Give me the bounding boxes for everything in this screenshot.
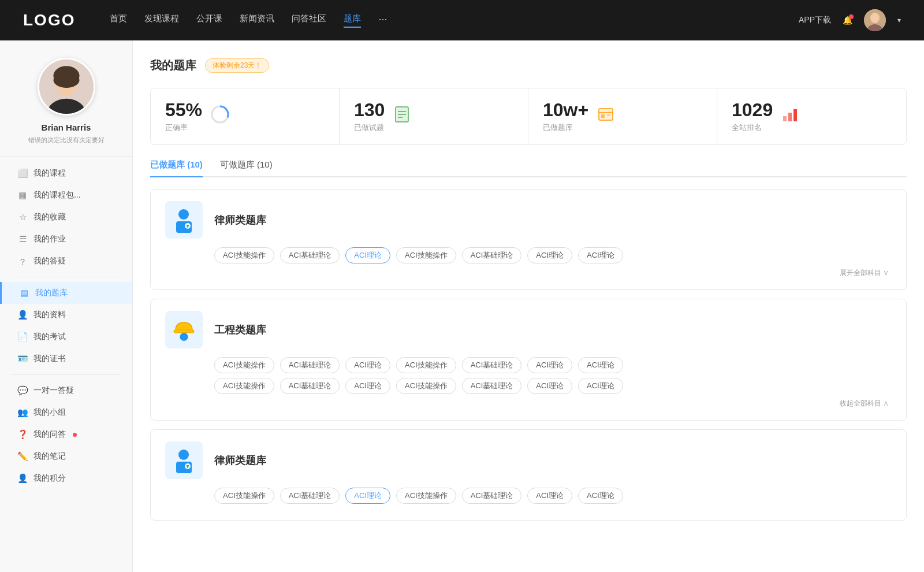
sidebar-item-exams[interactable]: 📄 我的考试	[0, 326, 132, 348]
sidebar-item-label: 我的考试	[33, 332, 66, 342]
sidebar-item-label: 我的小组	[33, 407, 66, 418]
svg-rect-21	[783, 116, 787, 121]
law2-tag-2[interactable]: ACI基础理论	[280, 488, 340, 504]
nav-right: APP下载 🔔 ▾	[799, 9, 901, 31]
eng-tag-r2-5[interactable]: ACI基础理论	[462, 378, 522, 394]
nav-qa[interactable]: 问答社区	[292, 13, 326, 28]
svg-rect-16	[599, 109, 613, 120]
nav-news[interactable]: 新闻资讯	[240, 13, 274, 28]
nav-discover[interactable]: 发现课程	[144, 13, 179, 28]
main-layout: Brian Harris 错误的决定比没有决定要好 ⬜ 我的课程 ▦ 我的课程包…	[0, 40, 924, 572]
sidebar-item-materials[interactable]: 👤 我的资料	[0, 304, 132, 326]
stat-banks-done: 10w+ 已做题库	[528, 88, 717, 144]
homework-icon: ☰	[17, 234, 28, 244]
exams-icon: 📄	[17, 332, 28, 342]
law2-tag-1[interactable]: ACI技能操作	[214, 488, 274, 504]
profile-motto: 错误的决定比没有决定要好	[12, 136, 121, 144]
law2-tag-4[interactable]: ACI技能操作	[396, 488, 456, 504]
eng-tag-6[interactable]: ACI理论	[527, 357, 572, 373]
sidebar-item-questions[interactable]: ❓ 我的问答	[0, 424, 132, 445]
sidebar-item-qa[interactable]: ? 我的答疑	[0, 250, 132, 272]
bell-icon[interactable]: 🔔	[843, 16, 852, 25]
eng-tag-r2-2[interactable]: ACI基础理论	[280, 378, 340, 394]
sidebar-item-notes[interactable]: ✏️ 我的笔记	[0, 445, 132, 467]
logo: LOGO	[23, 11, 75, 29]
tag-2[interactable]: ACI基础理论	[280, 247, 340, 263]
nav-open-course[interactable]: 公开课	[196, 13, 222, 28]
law2-tag-3-active[interactable]: ACI理论	[345, 488, 390, 504]
notes-icon: ✏️	[17, 451, 28, 462]
materials-icon: 👤	[17, 310, 28, 320]
eng-tag-r2-7[interactable]: ACI理论	[578, 378, 623, 394]
bank-lawyer-1-tags: ACI技能操作 ACI基础理论 ACI理论 ACI技能操作 ACI基础理论 AC…	[165, 247, 892, 263]
tab-done[interactable]: 已做题库 (10)	[150, 159, 203, 176]
app-download-link[interactable]: APP下载	[799, 15, 831, 25]
eng-tag-1[interactable]: ACI技能操作	[214, 357, 274, 373]
sidebar-item-one-on-one[interactable]: 💬 一对一答疑	[0, 380, 132, 402]
stat-questions-label: 已做试题	[354, 122, 385, 133]
eng-tag-r2-6[interactable]: ACI理论	[527, 378, 572, 394]
stat-questions-done: 130 已做试题	[340, 88, 528, 144]
sidebar-item-groups[interactable]: 👥 我的小组	[0, 402, 132, 424]
tag-3-active[interactable]: ACI理论	[345, 247, 390, 263]
bell-notification-dot	[849, 14, 854, 19]
law2-tag-5[interactable]: ACI基础理论	[462, 488, 522, 504]
tag-1[interactable]: ACI技能操作	[214, 247, 274, 263]
user-menu-chevron[interactable]: ▾	[897, 16, 901, 24]
tabs: 已做题库 (10) 可做题库 (10)	[150, 159, 907, 177]
eng-tag-7[interactable]: ACI理论	[578, 357, 623, 373]
tag-4[interactable]: ACI技能操作	[396, 247, 456, 263]
bank-engineer-collapse[interactable]: 收起全部科目 ∧	[165, 399, 892, 408]
nav-more[interactable]: ···	[378, 13, 387, 28]
tag-6[interactable]: ACI理论	[527, 247, 572, 263]
sidebar-item-certificates[interactable]: 🪪 我的证书	[0, 348, 132, 370]
eng-tag-r2-1[interactable]: ACI技能操作	[214, 378, 274, 394]
packages-icon: ▦	[17, 190, 28, 200]
sidebar: Brian Harris 错误的决定比没有决定要好 ⬜ 我的课程 ▦ 我的课程包…	[0, 40, 133, 572]
sidebar-item-favorites[interactable]: ☆ 我的收藏	[0, 206, 132, 228]
sidebar-item-course-packages[interactable]: ▦ 我的课程包...	[0, 184, 132, 206]
navbar: LOGO 首页 发现课程 公开课 新闻资讯 问答社区 题库 ··· APP下载 …	[0, 0, 924, 40]
sidebar-item-label: 我的积分	[33, 473, 66, 484]
tag-5[interactable]: ACI基础理论	[462, 247, 522, 263]
tab-available[interactable]: 可做题库 (10)	[220, 159, 273, 176]
svg-point-10	[215, 110, 225, 119]
law2-tag-7[interactable]: ACI理论	[578, 488, 623, 504]
eng-tag-5[interactable]: ACI基础理论	[462, 357, 522, 373]
bank-lawyer-1-expand[interactable]: 展开全部科目 ∨	[165, 268, 892, 278]
law2-tag-6[interactable]: ACI理论	[527, 488, 572, 504]
bank-engineer-title: 工程类题库	[214, 323, 266, 337]
nav-home[interactable]: 首页	[110, 13, 127, 28]
sidebar-item-my-courses[interactable]: ⬜ 我的课程	[0, 162, 132, 184]
stat-banks-label: 已做题库	[543, 122, 588, 133]
stat-accuracy: 55% 正确率	[151, 88, 340, 144]
eng-tag-4[interactable]: ACI技能操作	[396, 357, 456, 373]
groups-icon: 👥	[17, 407, 28, 418]
svg-rect-20	[607, 114, 610, 116]
question-bank-icon: ▤	[19, 288, 29, 298]
sidebar-item-label: 我的收藏	[33, 212, 66, 222]
svg-point-28	[180, 333, 188, 341]
tag-7[interactable]: ACI理论	[578, 247, 623, 263]
bank-item-lawyer-1: 律师类题库 ACI技能操作 ACI基础理论 ACI理论 ACI技能操作 ACI基…	[150, 189, 907, 290]
sidebar-item-points[interactable]: 👤 我的积分	[0, 467, 132, 489]
stat-ranking-label: 全站排名	[732, 122, 773, 133]
sidebar-divider-2	[12, 374, 121, 375]
bank-lawyer-1-title: 律师类题库	[214, 213, 266, 227]
sidebar-item-question-bank[interactable]: ▤ 我的题库	[0, 282, 132, 304]
svg-point-6	[53, 73, 79, 88]
sidebar-item-label: 我的问答	[33, 429, 66, 440]
eng-tag-3[interactable]: ACI理论	[345, 357, 390, 373]
qa-icon: ?	[17, 257, 28, 266]
eng-tag-r2-4[interactable]: ACI技能操作	[396, 378, 456, 394]
eng-tag-r2-3[interactable]: ACI理论	[345, 378, 390, 394]
avatar[interactable]	[864, 9, 886, 31]
sidebar-item-homework[interactable]: ☰ 我的作业	[0, 228, 132, 250]
sidebar-item-label: 我的资料	[33, 310, 66, 320]
questions-icon: ❓	[17, 429, 28, 440]
profile-avatar	[38, 58, 95, 116]
nav-question-bank[interactable]: 题库	[344, 13, 361, 28]
eng-tag-2[interactable]: ACI基础理论	[280, 357, 340, 373]
questions-doc-icon	[393, 106, 411, 127]
profile-section: Brian Harris 错误的决定比没有决定要好	[0, 58, 132, 157]
